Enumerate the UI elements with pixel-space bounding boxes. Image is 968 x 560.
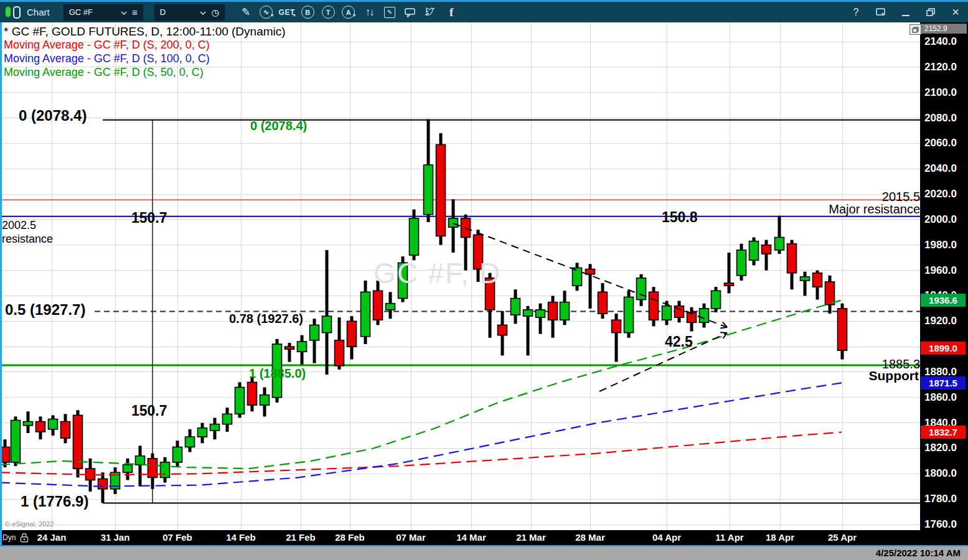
- help-button[interactable]: ?: [843, 4, 868, 21]
- candle-down: [825, 282, 835, 305]
- interval-dropdown[interactable]: D ◷: [154, 4, 225, 21]
- annotation-tool-button[interactable]: A▾: [339, 4, 359, 21]
- candle-down: [374, 291, 383, 320]
- cursor-price-tag: 2152.9: [921, 24, 967, 34]
- y-axis-tick: 1920.0: [924, 315, 966, 327]
- candle-up: [11, 421, 21, 462]
- candle-up: [386, 304, 395, 310]
- minimize-button[interactable]: [893, 4, 918, 21]
- price-badge: 1832.7: [921, 426, 966, 439]
- candle-up: [424, 165, 433, 215]
- x-axis-date-label: 07 Feb: [162, 532, 192, 543]
- y-axis-tick: 2100.0: [924, 86, 966, 99]
- arrowhead-icon: [720, 332, 727, 333]
- line-tools-button[interactable]: ∿▾: [256, 4, 277, 21]
- y-axis-tick: 2060.0: [924, 137, 966, 149]
- chart-title[interactable]: * GC #F, GOLD FUTURES, D, 12:00-11:00 (D…: [4, 25, 286, 39]
- axis-restore-button[interactable]: [909, 24, 921, 35]
- caret-down-icon: ▾: [271, 12, 273, 18]
- y-axis-tick: 2120.0: [924, 61, 966, 73]
- connection-status-icon: [5, 6, 21, 19]
- notes-button[interactable]: ✎: [380, 4, 400, 21]
- lock-icon[interactable]: [20, 533, 29, 543]
- twitter-icon: [425, 7, 436, 17]
- fib-078-label[interactable]: 0.78 (1927.6): [229, 312, 303, 326]
- candle-wick: [139, 446, 142, 486]
- window-menu-button[interactable]: [868, 4, 893, 21]
- fib-05-label[interactable]: 0.5 (1927.7): [5, 301, 85, 319]
- candle-down: [36, 422, 45, 432]
- candle-up: [712, 291, 721, 309]
- facebook-share-button[interactable]: f: [441, 4, 462, 21]
- x-axis-date-label: 07 Mar: [396, 532, 426, 543]
- bar-type-button[interactable]: B: [298, 4, 318, 21]
- resistance-label[interactable]: resistance: [2, 233, 53, 246]
- window-left-edge: [0, 22, 2, 545]
- y-axis-tick: 2140.0: [924, 35, 966, 48]
- restore-button[interactable]: [918, 4, 943, 21]
- date-axis[interactable]: Dyn 24 Jan31 Jan07 Feb14 Feb21 Feb28 Feb…: [0, 530, 968, 545]
- y-axis-tick: 1780.0: [924, 493, 966, 505]
- measure-150-8-label[interactable]: 150.8: [662, 209, 698, 226]
- candle-up: [536, 310, 545, 317]
- candle-up: [410, 218, 419, 255]
- x-axis-date-label: 31 Jan: [101, 532, 130, 543]
- legend-ma-50[interactable]: Moving Average - GC #F, D (S, 50, 0, C): [4, 66, 204, 79]
- measure-150-7-top-label[interactable]: 150.7: [131, 210, 167, 226]
- x-axis-date-label: 21 Mar: [516, 532, 546, 543]
- candle-down: [347, 321, 357, 347]
- candle-wick: [765, 240, 768, 271]
- candle-up: [210, 424, 220, 431]
- y-axis-tick: 1800.0: [924, 467, 966, 480]
- candle-up: [624, 297, 634, 332]
- minimize-icon: [902, 15, 909, 16]
- candle-down: [612, 320, 621, 332]
- y-axis-tick: 2000.0: [924, 213, 966, 226]
- text-tool-button[interactable]: T: [318, 4, 339, 21]
- resistance-price-label[interactable]: 2002.5: [2, 219, 36, 232]
- candle-down: [548, 302, 558, 320]
- fib-0-label[interactable]: 0 (2078.4): [19, 107, 87, 124]
- legend-ma-200[interactable]: Moving Average - GC #F, D (S, 200, 0, C): [4, 39, 210, 52]
- candle-down: [436, 144, 446, 236]
- candle-down: [498, 325, 507, 335]
- x-axis-date-label: 21 Feb: [286, 532, 316, 543]
- candle-up: [173, 447, 182, 462]
- measure-150-7-bottom-label[interactable]: 150.7: [131, 403, 167, 419]
- fib-1-label[interactable]: 1 (1776.9): [21, 493, 88, 510]
- twitter-share-button[interactable]: [421, 4, 441, 21]
- y-axis-tick: 1960.0: [924, 264, 966, 277]
- close-button[interactable]: ×: [943, 4, 968, 21]
- price-badge: 1871.5: [921, 376, 966, 390]
- symbol-dropdown[interactable]: GC #F ≡: [63, 4, 143, 21]
- support-label[interactable]: Support: [869, 368, 919, 383]
- draw-pencil-button[interactable]: ✎: [236, 4, 256, 21]
- esignal-copyright: © eSignal, 2022: [5, 520, 54, 528]
- chat-button[interactable]: [400, 4, 421, 21]
- connection-light-on: [5, 6, 11, 17]
- symbol-list-icon[interactable]: ≡: [132, 7, 138, 17]
- get-quote-button[interactable]: GET▾: [277, 4, 298, 21]
- candle-up: [449, 218, 458, 227]
- measure-42-5-label[interactable]: 42.5: [665, 334, 693, 350]
- candle-up: [573, 268, 582, 286]
- candle-wick: [728, 253, 731, 293]
- candle-wick: [326, 250, 329, 375]
- candle-up: [198, 428, 207, 437]
- interval-clock-icon[interactable]: ◷: [211, 7, 219, 17]
- restore-icon: [912, 27, 919, 33]
- x-axis-date-label: 28 Mar: [575, 532, 605, 543]
- candle-up: [749, 241, 759, 261]
- connection-light-off: [13, 6, 21, 19]
- price-axis[interactable]: 2152.9 2140.02120.02100.02080.02060.0204…: [920, 22, 968, 530]
- candle-up: [123, 465, 133, 472]
- y-axis-tick: 1760.0: [924, 518, 966, 531]
- legend-ma-100[interactable]: Moving Average - GC #F, D (S, 100, 0, C): [4, 52, 210, 65]
- candle-up: [662, 306, 672, 320]
- fib-1-green-label[interactable]: 1 (1885.0): [249, 366, 306, 381]
- major-resistance-label[interactable]: Major resistance: [829, 202, 920, 217]
- x-axis-date-label: 24 Jan: [37, 532, 67, 543]
- fib-0-green-label[interactable]: 0 (2078.4): [250, 119, 307, 133]
- sort-arrows-button[interactable]: ↑↓: [359, 4, 380, 21]
- candle-down: [285, 347, 294, 349]
